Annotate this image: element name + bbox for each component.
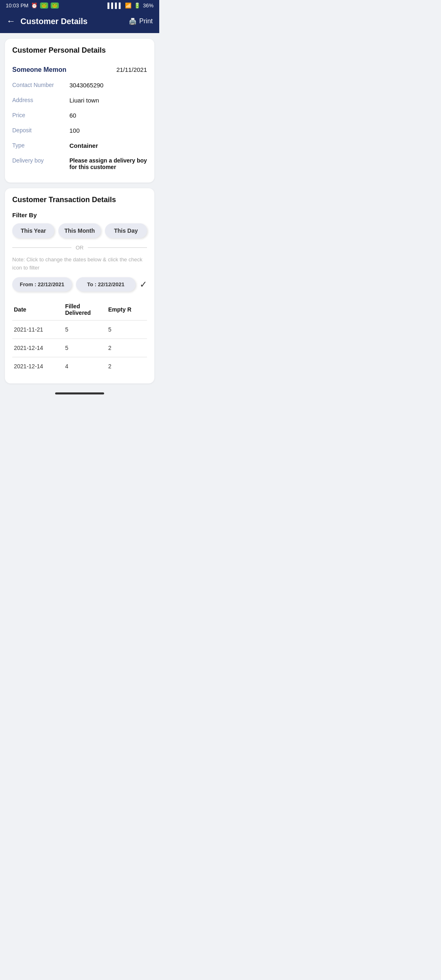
filter-day-button[interactable]: This Day	[105, 223, 147, 238]
personal-details-card: Customer Personal Details Someone Memon …	[5, 39, 154, 183]
or-line-left	[12, 247, 71, 248]
customer-date: 21/11/2021	[116, 66, 147, 73]
print-label: Print	[139, 18, 153, 25]
col-header-date: Date	[12, 300, 63, 321]
apply-filter-button[interactable]: ✓	[140, 279, 147, 290]
transaction-table: Date Filled Delivered Empty R 2021-11-21…	[12, 300, 147, 375]
filter-month-button[interactable]: This Month	[58, 223, 100, 238]
deposit-value: 100	[69, 127, 147, 134]
content-area: Customer Personal Details Someone Memon …	[0, 33, 159, 389]
transaction-table-body: 2021-11-21 5 5 2021-12-14 5 2 2021-12-14…	[12, 321, 147, 376]
delivery-row: Delivery boy Please assign a delivery bo…	[12, 153, 147, 174]
transaction-details-card: Customer Transaction Details Filter By T…	[5, 188, 154, 383]
deposit-row: Deposit 100	[12, 123, 147, 138]
cell-date: 2021-12-14	[12, 357, 63, 376]
cell-empty: 2	[107, 339, 147, 357]
price-label: Price	[12, 112, 65, 118]
address-label: Address	[12, 97, 65, 103]
transaction-title: Customer Transaction Details	[12, 196, 147, 204]
print-button[interactable]: 🖨️ Print	[129, 18, 153, 25]
price-row: Price 60	[12, 108, 147, 123]
signal-icon: ▌▌▌▌	[107, 2, 122, 9]
cell-filled: 5	[63, 339, 107, 357]
filter-by-label: Filter By	[12, 212, 147, 218]
bottom-bar	[0, 389, 159, 396]
table-row: 2021-12-14 4 2	[12, 357, 147, 376]
contact-row: Contact Number 3043065290	[12, 78, 147, 93]
type-value: Container	[69, 142, 147, 149]
or-text: OR	[76, 245, 84, 251]
back-button[interactable]: ←	[7, 16, 16, 27]
cell-filled: 4	[63, 357, 107, 376]
address-row: Address Liuari town	[12, 93, 147, 108]
col-header-filled: Filled Delivered	[63, 300, 107, 321]
customer-name: Someone Memon	[12, 66, 112, 74]
app-icon-1: 🐸	[40, 2, 48, 9]
status-right: ▌▌▌▌ 📶 🔋 36%	[107, 2, 154, 9]
print-icon: 🖨️	[129, 18, 137, 25]
table-row: 2021-12-14 5 2	[12, 339, 147, 357]
top-bar: ← Customer Details 🖨️ Print	[0, 11, 159, 33]
status-bar: 10:03 PM ⏰ 🐸 🐸 ▌▌▌▌ 📶 🔋 36%	[0, 0, 159, 11]
top-bar-left: ← Customer Details	[7, 16, 88, 27]
contact-label: Contact Number	[12, 82, 65, 88]
wifi-icon: 📶	[125, 2, 131, 9]
status-left: 10:03 PM ⏰ 🐸 🐸	[6, 2, 59, 9]
battery-label: 36%	[143, 2, 154, 9]
delivery-value: Please assign a delivery boy for this cu…	[69, 157, 147, 170]
deposit-label: Deposit	[12, 127, 65, 134]
type-label: Type	[12, 142, 65, 149]
cell-empty: 2	[107, 357, 147, 376]
filter-buttons-row: This Year This Month This Day	[12, 223, 147, 238]
cell-date: 2021-11-21	[12, 321, 63, 339]
app-icon-2: 🐸	[51, 2, 59, 9]
note-text: Note: Click to change the dates below & …	[12, 256, 147, 272]
cell-date: 2021-12-14	[12, 339, 63, 357]
page-title: Customer Details	[20, 17, 88, 26]
table-header-row: Date Filled Delivered Empty R	[12, 300, 147, 321]
cell-filled: 5	[63, 321, 107, 339]
filter-year-button[interactable]: This Year	[12, 223, 54, 238]
type-row: Type Container	[12, 138, 147, 153]
name-row: Someone Memon 21/11/2021	[12, 62, 147, 78]
from-date-button[interactable]: From : 22/12/2021	[12, 277, 72, 292]
battery-icon: 🔋	[134, 2, 140, 9]
contact-value: 3043065290	[69, 82, 147, 89]
date-filter-row: From : 22/12/2021 To : 22/12/2021 ✓	[12, 277, 147, 292]
alarm-icon: ⏰	[31, 2, 38, 9]
cell-empty: 5	[107, 321, 147, 339]
personal-details-title: Customer Personal Details	[12, 46, 147, 55]
address-value: Liuari town	[69, 97, 147, 104]
delivery-label: Delivery boy	[12, 157, 65, 164]
to-date-button[interactable]: To : 22/12/2021	[76, 277, 136, 292]
bottom-handle	[55, 392, 104, 394]
price-value: 60	[69, 112, 147, 119]
or-line-right	[88, 247, 147, 248]
time-label: 10:03 PM	[6, 2, 29, 9]
or-divider: OR	[12, 245, 147, 251]
col-header-empty: Empty R	[107, 300, 147, 321]
table-row: 2021-11-21 5 5	[12, 321, 147, 339]
